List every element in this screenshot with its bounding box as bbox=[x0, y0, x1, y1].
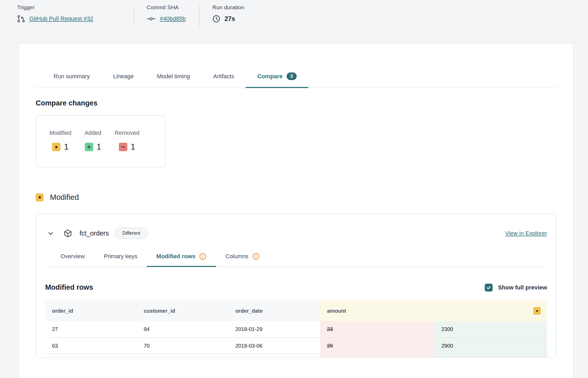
warning-icon bbox=[199, 253, 207, 260]
tab-modified-rows[interactable]: Modified rows bbox=[147, 253, 216, 267]
compare-summary-card: Modified 1 Added 1 Removed 1 bbox=[36, 115, 166, 168]
tab-primary-keys[interactable]: Primary keys bbox=[94, 253, 147, 266]
modified-group-header: Modified bbox=[36, 193, 557, 202]
stat-count: 1 bbox=[131, 142, 135, 152]
stat-label: Modified bbox=[49, 130, 71, 136]
model-name: fct_orders bbox=[80, 229, 109, 237]
added-icon bbox=[85, 143, 93, 151]
tab-artifacts[interactable]: Artifacts bbox=[202, 72, 246, 87]
table-row: 27942018-01-29232300 bbox=[45, 321, 547, 338]
view-in-explorer-link[interactable]: View in Explorer bbox=[505, 230, 547, 237]
chevron-down-icon[interactable] bbox=[47, 230, 54, 237]
stat-added: Added 1 bbox=[85, 130, 101, 152]
compare-changes-heading: Compare changes bbox=[36, 99, 557, 107]
column-header-amount: amount bbox=[320, 301, 547, 321]
duration-label: Run duration bbox=[212, 4, 244, 11]
commit-group: Commit SHA #40bd85b bbox=[134, 4, 199, 26]
cell-order-date: 2018-01-29 bbox=[228, 321, 320, 338]
modified-icon bbox=[36, 193, 44, 201]
show-full-preview-toggle[interactable]: Show full preview bbox=[485, 284, 547, 292]
stat-modified: Modified 1 bbox=[49, 130, 71, 152]
removed-icon bbox=[119, 143, 127, 151]
table-row: 63702018-03-06292900 bbox=[45, 338, 547, 354]
modified-icon bbox=[52, 143, 60, 151]
duration-value: 27s bbox=[225, 15, 235, 22]
tab-model-timing[interactable]: Model timing bbox=[145, 72, 202, 87]
modified-rows-table: order_id customer_id order_date amount 2… bbox=[45, 301, 547, 357]
main-tab-bar: Run summary Lineage Model timing Artifac… bbox=[36, 72, 557, 88]
warning-icon bbox=[252, 253, 260, 260]
model-card-fct-orders: fct_orders Different View in Explorer Ov… bbox=[36, 213, 557, 358]
cell-order-id: 27 bbox=[45, 321, 137, 338]
model-tab-bar: Overview Primary keys Modified rows Colu… bbox=[45, 253, 547, 267]
cell-amount-old: 29 bbox=[320, 338, 435, 354]
modified-rows-heading: Modified rows bbox=[45, 283, 93, 292]
cell-amount-old: 23 bbox=[320, 321, 435, 338]
compare-count-badge: 3 bbox=[287, 72, 297, 80]
commit-label: Commit SHA bbox=[147, 4, 199, 11]
duration-group: Run duration 27s bbox=[200, 4, 244, 26]
pull-request-icon bbox=[17, 15, 25, 23]
modified-rows-tbody: 27942018-01-2923230063702018-03-06292900 bbox=[45, 321, 547, 357]
clock-icon bbox=[212, 15, 220, 23]
checkbox-checked-icon[interactable] bbox=[485, 284, 493, 292]
stat-label: Removed bbox=[115, 130, 139, 136]
trigger-label: Trigger bbox=[17, 4, 133, 11]
trigger-link[interactable]: GitHub Pull Request #32 bbox=[29, 15, 93, 22]
column-header-order-date: order_date bbox=[228, 301, 320, 321]
table-row-partial bbox=[45, 354, 547, 357]
run-detail-card: Run summary Lineage Model timing Artifac… bbox=[18, 43, 574, 378]
cell-customer-id: 70 bbox=[137, 338, 228, 354]
stat-count: 1 bbox=[97, 142, 101, 152]
column-header-order-id: order_id bbox=[45, 301, 137, 321]
commit-icon bbox=[147, 15, 156, 23]
model-cube-icon bbox=[64, 229, 72, 238]
cell-customer-id: 94 bbox=[137, 321, 228, 338]
table-header-row: order_id customer_id order_date amount bbox=[45, 301, 547, 321]
tab-run-summary[interactable]: Run summary bbox=[42, 72, 101, 87]
commit-link[interactable]: #40bd85b bbox=[160, 15, 186, 22]
tab-compare[interactable]: Compare 3 bbox=[246, 72, 308, 88]
column-header-customer-id: customer_id bbox=[137, 301, 228, 321]
modified-marker-icon bbox=[533, 307, 541, 315]
tab-lineage[interactable]: Lineage bbox=[101, 72, 145, 87]
tab-columns[interactable]: Columns bbox=[216, 253, 269, 266]
show-full-preview-label: Show full preview bbox=[498, 284, 547, 291]
status-badge: Different bbox=[115, 228, 148, 239]
trigger-group: Trigger GitHub Pull Request #32 bbox=[17, 4, 133, 26]
run-meta-bar: Trigger GitHub Pull Request #32 Commit S… bbox=[0, 0, 588, 26]
modified-group-title: Modified bbox=[50, 193, 79, 202]
stat-count: 1 bbox=[64, 142, 68, 152]
cell-order-date: 2018-03-06 bbox=[228, 338, 320, 354]
cell-order-id: 63 bbox=[45, 338, 137, 354]
cell-amount-new: 2300 bbox=[435, 321, 547, 338]
stat-label: Added bbox=[85, 130, 101, 136]
cell-amount-new: 2900 bbox=[435, 338, 547, 354]
tab-overview[interactable]: Overview bbox=[51, 253, 94, 266]
stat-removed: Removed 1 bbox=[115, 130, 139, 152]
